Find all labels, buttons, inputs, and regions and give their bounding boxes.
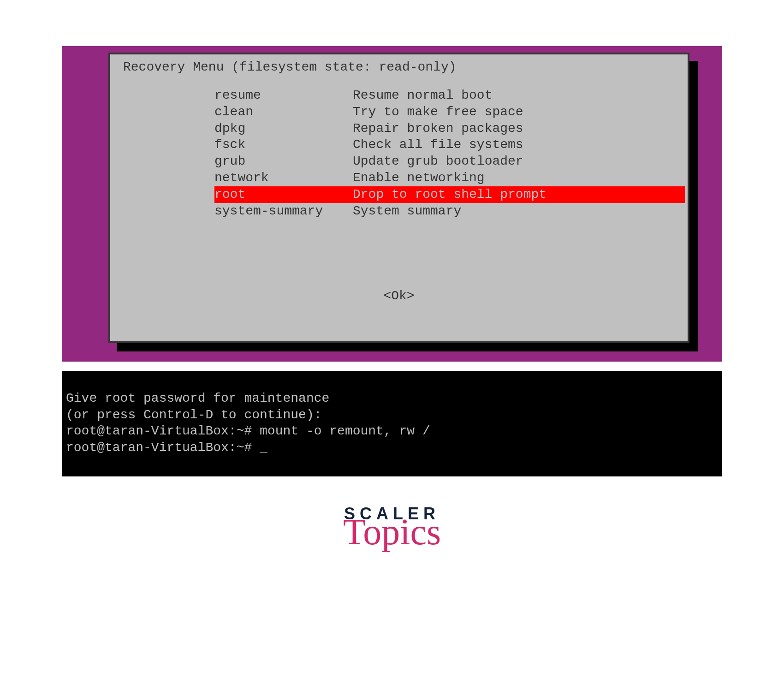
menu-item-fsck[interactable]: fsck Check all file systems [214,137,685,153]
root-shell-terminal[interactable]: Give root password for maintenance (or p… [62,371,722,476]
terminal-line: (or press Control-D to continue): [66,408,322,422]
menu-item-network[interactable]: network Enable networking [214,170,685,186]
menu-item-resume[interactable]: resume Resume normal boot [214,87,685,104]
menu-item-system-summary[interactable]: system-summary System summary [214,203,685,220]
menu-box-wrap: Recovery Menu (filesystem state: read-on… [62,46,722,343]
menu-item-key: dpkg [214,120,353,137]
menu-item-label: Drop to root shell prompt [353,186,546,203]
menu-item-label: System summary [353,203,461,220]
menu-item-clean[interactable]: clean Try to make free space [214,104,685,120]
menu-item-key: system-summary [214,203,353,220]
menu-item-key: clean [214,104,353,120]
terminal-line: root@taran-VirtualBox:~# mount -o remoun… [66,424,430,438]
recovery-menu-dialog: Recovery Menu (filesystem state: read-on… [108,53,689,343]
purple-background: Recovery Menu (filesystem state: read-on… [62,46,722,362]
menu-item-key: root [214,186,353,203]
menu-item-label: Resume normal boot [353,87,492,104]
menu-item-grub[interactable]: grub Update grub bootloader [214,153,685,170]
branding-logo: SCALER Topics [343,504,441,548]
recovery-menu-title: Recovery Menu (filesystem state: read-on… [113,57,685,87]
menu-item-label: Check all file systems [353,137,523,153]
menu-item-root[interactable]: root Drop to root shell prompt [214,186,685,203]
menu-item-key: grub [214,153,353,170]
screenshot-card: Recovery Menu (filesystem state: read-on… [62,46,722,476]
menu-item-key: resume [214,87,353,104]
menu-item-key: fsck [214,137,353,153]
ok-button-row: <Ok> [113,289,685,303]
branding-topics: Topics [343,515,441,548]
menu-shadow-wrap: Recovery Menu (filesystem state: read-on… [108,53,689,343]
ok-button[interactable]: <Ok> [383,289,414,303]
recovery-menu-list[interactable]: resume Resume normal boot clean Try to m… [214,87,685,220]
page-root: Recovery Menu (filesystem state: read-on… [0,0,784,684]
menu-item-dpkg[interactable]: dpkg Repair broken packages [214,120,685,137]
menu-item-label: Enable networking [353,170,485,186]
menu-item-label: Repair broken packages [353,120,523,137]
purple-inner: Recovery Menu (filesystem state: read-on… [62,46,722,362]
menu-item-label: Update grub bootloader [353,153,523,170]
terminal-line: Give root password for maintenance [66,391,329,405]
menu-item-key: network [214,170,353,186]
terminal-line: root@taran-VirtualBox:~# _ [66,440,267,455]
menu-item-label: Try to make free space [353,104,523,120]
